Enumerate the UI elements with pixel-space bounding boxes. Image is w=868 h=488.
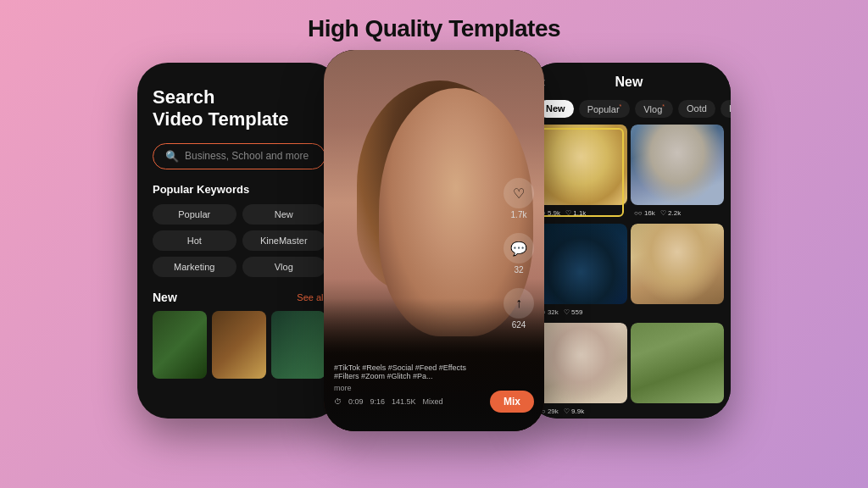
heart-icon: ♡ (504, 178, 534, 208)
keyword-btn-popular[interactable]: Popular (153, 204, 236, 225)
card-2-views: ○○ 16k (634, 209, 655, 217)
keyword-btn-kinemaster[interactable]: KineMaster (242, 230, 326, 251)
vlog-badge: * (662, 103, 665, 109)
video-type: Mixed (423, 397, 443, 406)
like-button[interactable]: ♡ 1.7k (504, 178, 534, 219)
tab-popular[interactable]: Popular* (579, 100, 631, 118)
card-4[interactable] (631, 224, 724, 319)
center-bottom-info: #TikTok #Reels #Social #Feed #Effects #F… (334, 363, 493, 406)
card-2-img (631, 125, 724, 205)
search-title: SearchVideo Template (153, 86, 326, 131)
card-5-likes: ♡ 9.9k (564, 408, 584, 415)
card-border (537, 128, 624, 217)
keyword-btn-vlog[interactable]: Vlog (242, 257, 326, 277)
card-1-likes: ♡ 1.1k (565, 209, 586, 217)
page-title: High Quality Templates (308, 15, 560, 42)
phone-right: ‹ New New Popular* Vlog* Ootd Lab ○○ 5.9… (527, 63, 731, 419)
popular-keywords-label: Popular Keywords (153, 183, 326, 196)
card-3-likes: ♡ 559 (564, 308, 583, 316)
card-4-img (631, 224, 724, 304)
tab-vlog[interactable]: Vlog* (635, 100, 673, 118)
card-5-stats: ○○ 29k ♡ 9.9k (537, 408, 584, 415)
card-6-img (631, 323, 724, 403)
card-3[interactable]: ○○ 32k ♡ 559 (534, 224, 627, 319)
tab-lab[interactable]: Lab (721, 100, 731, 118)
card-1[interactable]: ○○ 5.9k ♡ 1.1k (534, 125, 627, 220)
keyword-btn-hot[interactable]: Hot (153, 230, 236, 251)
share-button[interactable]: ↑ 624 (504, 288, 534, 330)
search-icon: 🔍 (165, 150, 179, 163)
keyword-btn-marketing[interactable]: Marketing (153, 257, 236, 277)
right-header: ‹ New (527, 63, 731, 97)
center-meta: ⏱ 0:09 9:16 141.5K Mixed (334, 397, 493, 406)
like-count: 1.7k (511, 210, 527, 219)
more-label[interactable]: more (334, 384, 493, 392)
comment-button[interactable]: 💬 32 (504, 233, 534, 274)
see-all-link[interactable]: See all (297, 292, 326, 302)
card-3-stats: ○○ 32k ♡ 559 (537, 308, 582, 316)
card-1-stats: ○○ 5.9k ♡ 1.1k (537, 209, 586, 217)
phone-center: ♡ 1.7k 💬 32 ↑ 624 #TikTok #Reels #Social… (324, 50, 544, 431)
ratio: 9:16 (370, 397, 386, 406)
card-3-img (534, 224, 627, 304)
search-box[interactable]: 🔍 Business, School and more (153, 143, 326, 169)
card-2-likes: ♡ 2.2k (660, 209, 681, 217)
phone-left: SearchVideo Template 🔍 Business, School … (137, 63, 341, 419)
keyword-grid: Popular New Hot KineMaster Marketing Vlo… (153, 204, 326, 277)
keyword-btn-new[interactable]: New (242, 204, 326, 225)
new-thumbnails (153, 311, 326, 379)
new-section-label: New (153, 291, 177, 304)
share-count: 624 (512, 320, 526, 330)
share-icon: ↑ (504, 288, 534, 319)
search-placeholder: Business, School and more (185, 150, 309, 162)
phones-container: SearchVideo Template 🔍 Business, School … (0, 54, 868, 431)
comment-icon: 💬 (504, 233, 534, 263)
card-6[interactable] (631, 323, 724, 419)
popular-badge: * (620, 103, 622, 109)
center-right-actions: ♡ 1.7k 💬 32 ↑ 624 (504, 178, 534, 330)
card-2[interactable]: ○○ 16k ♡ 2.2k (631, 125, 724, 220)
tab-ootd[interactable]: Ootd (678, 100, 715, 118)
mix-button[interactable]: Mix (490, 391, 534, 413)
hashtags: #TikTok #Reels #Social #Feed #Effects #F… (334, 363, 493, 380)
views-count: 141.5K (392, 397, 416, 406)
right-tabs: New Popular* Vlog* Ootd Lab (527, 97, 731, 125)
right-grid: ○○ 5.9k ♡ 1.1k ○○ 16k ♡ 2.2k (527, 125, 731, 419)
card-5-img (534, 323, 627, 403)
clock-icon: ⏱ (334, 397, 342, 406)
thumb-3[interactable] (271, 311, 326, 379)
card-2-stats: ○○ 16k ♡ 2.2k (634, 209, 681, 217)
card-5[interactable]: ○○ 29k ♡ 9.9k (534, 323, 627, 419)
thumb-1[interactable] (153, 311, 207, 379)
thumb-2[interactable] (212, 311, 266, 379)
duration: 0:09 (348, 397, 364, 406)
right-title: New (615, 75, 643, 90)
comment-count: 32 (514, 265, 523, 274)
